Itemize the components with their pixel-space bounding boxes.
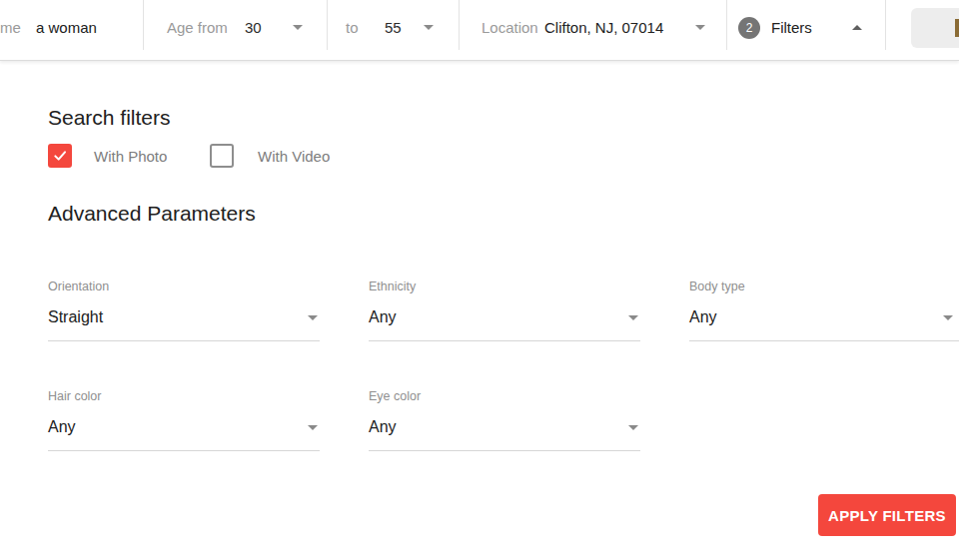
chevron-down-icon	[943, 315, 953, 320]
chevron-down-icon	[628, 315, 638, 320]
hair-color-select[interactable]: Any	[48, 414, 320, 451]
eye-color-select[interactable]: Any	[369, 414, 640, 451]
with-photo-label[interactable]: With Photo	[94, 148, 167, 165]
eye-color-label: Eye color	[369, 389, 640, 403]
location-label: Location	[481, 0, 538, 55]
age-from-value: 30	[245, 19, 262, 36]
chevron-down-icon	[308, 315, 318, 320]
ethnicity-field[interactable]: Ethnicity Any	[369, 280, 640, 341]
age-from-select[interactable]: 30	[245, 0, 262, 55]
age-to-value: 55	[385, 19, 402, 36]
ethnicity-value: Any	[369, 308, 397, 325]
search-button-partial[interactable]	[911, 8, 959, 48]
filters-toggle-label: Filters	[771, 19, 812, 36]
topbar-divider	[143, 0, 144, 50]
topbar-divider	[885, 0, 886, 50]
orientation-select[interactable]: Straight	[48, 304, 320, 341]
eye-color-value: Any	[369, 418, 397, 435]
topbar-divider	[327, 0, 328, 50]
filters-chevron-up-icon[interactable]	[852, 0, 862, 55]
body-type-select[interactable]: Any	[689, 304, 959, 341]
orientation-field[interactable]: Orientation Straight	[48, 280, 320, 341]
body-type-label: Body type	[689, 280, 959, 293]
age-to-chevron-down-icon[interactable]	[424, 0, 434, 55]
search-topbar: me a woman Age from 30 to 55 Location	[0, 0, 959, 61]
chevron-down-icon	[308, 425, 318, 430]
body-type-value: Any	[689, 308, 717, 325]
hair-color-label: Hair color	[48, 389, 320, 403]
location-chevron-down-icon[interactable]	[695, 0, 705, 55]
search-button-text-fragment	[955, 19, 959, 37]
orientation-label: Orientation	[48, 280, 320, 293]
ethnicity-select[interactable]: Any	[369, 304, 640, 341]
search-filters-page: me a woman Age from 30 to 55 Location	[0, 0, 959, 560]
show-me-label-partial: me	[0, 0, 21, 55]
advanced-parameters-heading: Advanced Parameters	[48, 202, 256, 226]
age-to-label: to	[346, 0, 359, 55]
gender-select[interactable]: a woman	[36, 0, 97, 55]
with-video-checkbox[interactable]	[210, 144, 234, 168]
apply-filters-button[interactable]: APPLY FILTERS	[818, 494, 956, 536]
hair-color-value: Any	[48, 418, 76, 435]
orientation-value: Straight	[48, 308, 103, 325]
location-select[interactable]: Clifton, NJ, 07014	[544, 0, 663, 55]
ethnicity-label: Ethnicity	[369, 280, 640, 293]
hair-color-field[interactable]: Hair color Any	[48, 389, 320, 451]
with-video-label[interactable]: With Video	[258, 148, 330, 165]
topbar-divider	[726, 0, 727, 50]
with-photo-checkbox[interactable]	[48, 144, 72, 168]
eye-color-field[interactable]: Eye color Any	[369, 389, 640, 451]
check-icon	[52, 148, 68, 164]
body-type-field[interactable]: Body type Any	[689, 280, 959, 341]
age-from-label: Age from	[167, 0, 228, 55]
gender-select-value: a woman	[36, 19, 97, 36]
location-value: Clifton, NJ, 07014	[544, 19, 663, 36]
checkbox-row: With Photo With Video	[0, 144, 959, 168]
age-from-chevron-down-icon[interactable]	[293, 0, 303, 55]
topbar-divider	[459, 0, 460, 50]
chevron-down-icon	[628, 425, 638, 430]
search-filters-heading: Search filters	[48, 106, 171, 130]
filters-toggle[interactable]: Filters	[771, 0, 812, 55]
age-to-select[interactable]: 55	[385, 0, 402, 55]
filters-count-badge: 2	[738, 0, 760, 55]
